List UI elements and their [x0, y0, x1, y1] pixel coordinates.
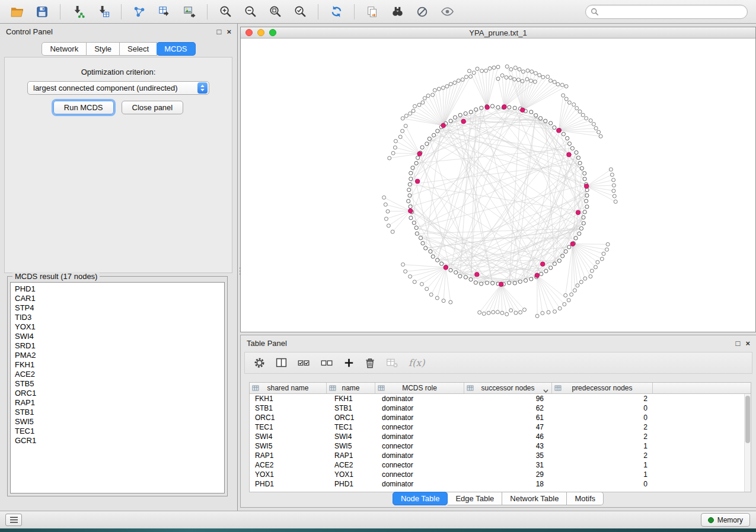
mcds-result-item[interactable]: SRD1	[15, 341, 224, 351]
delete-column-button[interactable]	[364, 357, 376, 369]
table-cell: 1	[552, 461, 653, 469]
import-network-from-file-button[interactable]	[67, 2, 90, 21]
network-canvas[interactable]	[241, 39, 755, 332]
run-mcds-button[interactable]: Run MCDS	[53, 101, 114, 114]
column-header-predecessor-nodes[interactable]: predecessor nodes	[552, 383, 653, 393]
mcds-result-item[interactable]: SWI4	[15, 332, 224, 341]
table-row[interactable]: ACE2ACE2connector311	[250, 460, 751, 470]
table-cell: STB1	[250, 404, 327, 412]
table-row[interactable]: FKH1FKH1dominator962	[250, 394, 751, 403]
save-session-button[interactable]	[31, 2, 53, 21]
scrollbar-thumb[interactable]	[745, 396, 750, 443]
table-row[interactable]: RAP1RAP1dominator352	[250, 451, 751, 460]
mcds-result-title: MCDS result (17 nodes)	[12, 272, 100, 281]
network-graph[interactable]	[241, 39, 755, 332]
tab-node-table[interactable]: Node Table	[393, 492, 448, 505]
mcds-result-item[interactable]: CAR1	[15, 294, 224, 303]
export-image-button[interactable]	[178, 2, 200, 21]
mcds-result-list[interactable]: PHD1CAR1STP4TID3YOX1SWI4SRD1PMA2FKH1ACE2…	[10, 282, 225, 493]
table-cell: SWI5	[327, 442, 375, 450]
search-network-button[interactable]	[386, 2, 409, 21]
table-row[interactable]: PHD1PHD1dominator180	[250, 479, 751, 489]
float-panel-icon[interactable]: □	[736, 339, 741, 347]
mcds-result-item[interactable]: STP4	[15, 303, 224, 313]
tab-select[interactable]: Select	[120, 42, 157, 56]
mcds-result-item[interactable]: ACE2	[15, 370, 224, 379]
table-cell: 0	[552, 480, 653, 488]
mcds-result-item[interactable]: FKH1	[15, 360, 224, 370]
table-row[interactable]: YOX1YOX1connector291	[250, 470, 751, 479]
function-builder-button[interactable]: f(x)	[409, 357, 425, 368]
tab-network-table[interactable]: Network Table	[502, 492, 567, 505]
open-session-button[interactable]	[6, 2, 28, 21]
table-row[interactable]: TEC1TEC1connector472	[250, 422, 751, 432]
mcds-result-item[interactable]: TEC1	[15, 427, 224, 436]
column-header-successor-nodes[interactable]: successor nodes	[464, 383, 552, 393]
delete-table-button[interactable]	[385, 357, 399, 369]
mcds-result-item[interactable]: STB5	[15, 379, 224, 389]
apply-style-button[interactable]	[411, 2, 433, 21]
sort-indicator-icon[interactable]	[543, 386, 548, 395]
tab-mcds[interactable]: MCDS	[157, 42, 195, 56]
new-network-button[interactable]	[128, 2, 151, 21]
table-scrollbar[interactable]	[744, 394, 751, 492]
tab-edge-table[interactable]: Edge Table	[448, 492, 502, 505]
tab-style[interactable]: Style	[87, 42, 120, 56]
mcds-result-item[interactable]: PHD1	[15, 284, 224, 294]
table-cell: connector	[375, 423, 464, 431]
table-cell: connector	[375, 461, 464, 469]
table-cell: dominator	[375, 414, 464, 422]
table-cell: 2	[552, 432, 653, 441]
import-table-from-file-button[interactable]	[92, 2, 114, 21]
toolbar-separator	[318, 4, 318, 20]
network-window-titlebar[interactable]: YPA_prune.txt_1	[241, 27, 755, 39]
mcds-result-item[interactable]: YOX1	[15, 322, 224, 332]
close-panel-button[interactable]: Close panel	[122, 101, 184, 114]
refresh-button[interactable]	[325, 2, 347, 21]
import-network-icon	[72, 5, 85, 18]
mcds-result-item[interactable]: ORC1	[15, 389, 224, 398]
tab-motifs[interactable]: Motifs	[567, 492, 604, 505]
mcds-result-item[interactable]: STB1	[15, 408, 224, 417]
table-cell: FKH1	[250, 395, 327, 403]
copy-button[interactable]	[361, 2, 384, 21]
toolbar-separator	[121, 4, 122, 20]
zoom-out-button[interactable]	[239, 2, 261, 21]
mcds-result-item[interactable]: PMA2	[15, 351, 224, 360]
search-box[interactable]	[585, 5, 748, 19]
optimization-criterion-select[interactable]: largest connected component (undirected)	[27, 81, 209, 95]
zoom-in-button[interactable]	[214, 2, 237, 21]
memory-button[interactable]: Memory	[701, 513, 750, 527]
tab-network[interactable]: Network	[42, 42, 87, 56]
create-column-button[interactable]	[343, 357, 355, 368]
export-table-button[interactable]	[153, 2, 176, 21]
table-row[interactable]: SWI5SWI5connector431	[250, 441, 751, 451]
table-row[interactable]: SWI4SWI4dominator462	[250, 432, 751, 441]
select-all-columns-button[interactable]	[297, 357, 311, 369]
mcds-result-item[interactable]: RAP1	[15, 398, 224, 408]
unselect-all-columns-button[interactable]	[320, 357, 334, 369]
float-panel-icon[interactable]: □	[217, 28, 222, 36]
show-graphics-details-button[interactable]	[436, 2, 458, 21]
select-stepper-icon	[197, 82, 208, 94]
mcds-result-item[interactable]: SWI5	[15, 417, 224, 427]
zoom-selected-button[interactable]	[289, 2, 311, 21]
close-panel-icon[interactable]: ×	[227, 28, 231, 36]
close-panel-icon[interactable]: ×	[745, 339, 750, 347]
mcds-result-item[interactable]: TID3	[15, 313, 224, 322]
search-input[interactable]	[602, 8, 742, 16]
column-type-icon	[252, 384, 259, 393]
status-menu-button[interactable]	[5, 514, 22, 526]
table-settings-button[interactable]	[253, 357, 266, 369]
main-toolbar	[0, 0, 756, 24]
show-columns-button[interactable]	[275, 357, 288, 369]
mcds-result-item[interactable]: GCR1	[15, 436, 224, 446]
column-header-shared-name[interactable]: shared name	[250, 383, 327, 393]
table-row[interactable]: ORC1ORC1dominator610	[250, 413, 751, 422]
network-nodes-icon	[133, 5, 146, 18]
column-header-name[interactable]: name	[327, 383, 375, 393]
zoom-fit-button[interactable]	[264, 2, 286, 21]
table-cell: SWI4	[250, 432, 327, 441]
column-header-mcds-role[interactable]: MCDS role	[375, 383, 464, 393]
table-row[interactable]: STB1STB1dominator620	[250, 403, 751, 413]
